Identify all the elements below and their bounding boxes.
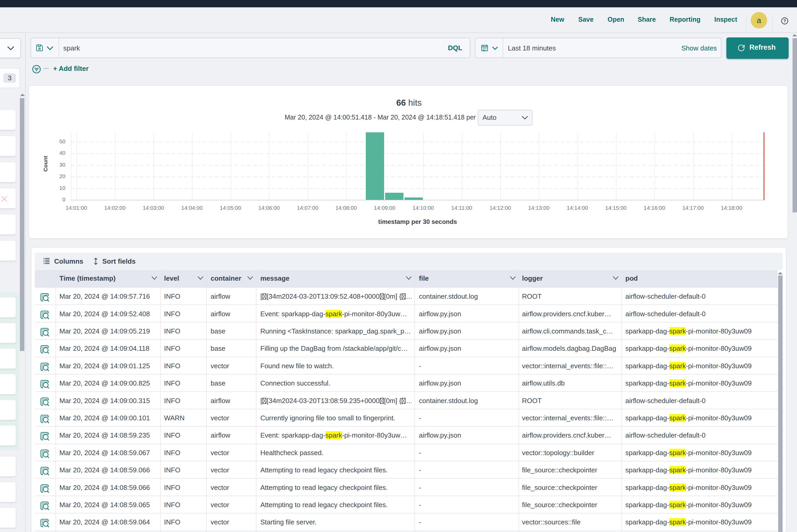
- svg-text:?: ?: [783, 19, 786, 23]
